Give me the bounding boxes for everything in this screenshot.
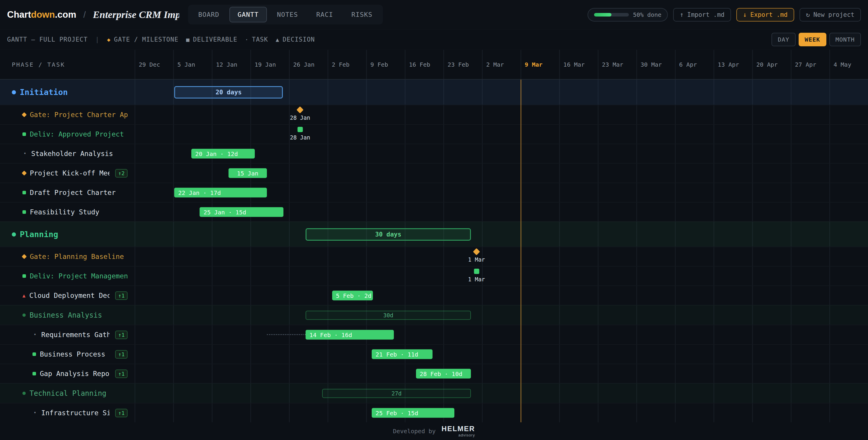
- gantt-row: Deliv: Approved Project …28 Jan: [0, 124, 868, 144]
- row-timeline: 28 Jan: [135, 125, 868, 144]
- gantt-bar[interactable]: 15 Jan: [228, 168, 267, 178]
- legend-task-label: TASK: [252, 36, 268, 43]
- gantt-bar[interactable]: 27d: [322, 389, 471, 398]
- tab-risks[interactable]: RISKS: [343, 7, 380, 23]
- row-label-cell[interactable]: Gap Analysis Repo…↑1: [0, 364, 135, 383]
- gantt-bar[interactable]: 28 Feb · 10d: [416, 369, 471, 379]
- tab-gantt[interactable]: GANTT: [229, 7, 267, 23]
- export-label: Export .md: [750, 11, 787, 18]
- legend-task: · TASK: [245, 36, 268, 43]
- triangle-icon: ▲: [23, 293, 25, 298]
- date-column-label: 23 Feb: [443, 61, 482, 68]
- date-column-label: 16 Feb: [405, 61, 443, 68]
- view-switcher: DAY WEEK MONTH: [771, 33, 861, 46]
- priority-badge: ↑1: [115, 331, 128, 339]
- task-icon: ·: [245, 37, 249, 42]
- bullet-icon: ·: [23, 151, 27, 156]
- date-column-label: 30 Mar: [637, 61, 675, 68]
- row-timeline: 5 Feb · 2d: [135, 286, 868, 305]
- diamond-milestone-icon: [473, 248, 480, 255]
- date-column-label: 4 May: [829, 61, 868, 68]
- view-day[interactable]: DAY: [771, 33, 795, 46]
- project-title: Enterprise CRM Impl: [93, 9, 179, 20]
- date-column-label: 19 Jan: [250, 61, 289, 68]
- footer: Developed by HELMER advisory: [0, 422, 868, 440]
- row-label-cell[interactable]: Gate: Planning Baseline …: [0, 247, 135, 266]
- row-label-cell[interactable]: Business Process …↑1: [0, 345, 135, 364]
- row-timeline: 21 Feb · 11d: [135, 345, 868, 364]
- row-label-cell[interactable]: ·Infrastructure Si…↑1: [0, 403, 135, 422]
- gantt-bar[interactable]: 25 Jan · 15d: [199, 207, 283, 217]
- gantt-bar-label: 15 Jan: [237, 170, 258, 177]
- row-label-cell[interactable]: ·Requirements Gath…↑1: [0, 325, 135, 344]
- priority-badge: ↑1: [115, 291, 128, 300]
- date-column-label: 6 Apr: [675, 61, 714, 68]
- export-icon: ↓: [743, 11, 747, 18]
- row-label-cell[interactable]: Deliv: Approved Project …: [0, 125, 135, 144]
- milestone-square[interactable]: 28 Jan: [290, 127, 310, 141]
- row-label-cell[interactable]: Technical Planning: [0, 384, 135, 403]
- row-label-cell[interactable]: Business Analysis: [0, 306, 135, 325]
- dot-sub-icon: [23, 392, 26, 395]
- row-label-cell[interactable]: Project Kick-off Mee…↑2: [0, 164, 135, 182]
- view-week[interactable]: WEEK: [799, 33, 826, 46]
- row-timeline: 15 Jan: [135, 164, 868, 182]
- row-label: Technical Planning: [30, 389, 106, 398]
- date-column-label: 16 Mar: [559, 61, 598, 68]
- date-column-label: 20 Apr: [752, 61, 791, 68]
- view-month[interactable]: MONTH: [829, 33, 861, 46]
- tab-notes[interactable]: NOTES: [269, 7, 306, 23]
- gantt-bar[interactable]: 22 Jan · 17d: [174, 188, 267, 198]
- milestone-diamond[interactable]: 28 Jan: [290, 107, 310, 121]
- export-md-button[interactable]: ↓ Export .md: [736, 8, 794, 22]
- tab-board[interactable]: BOARD: [190, 7, 228, 23]
- priority-badge: ↑1: [115, 409, 128, 417]
- gantt-bar[interactable]: 21 Feb · 11d: [372, 349, 432, 359]
- gantt-bar[interactable]: 25 Feb · 15d: [372, 408, 454, 418]
- row-timeline: 28 Feb · 10d: [135, 364, 868, 383]
- phase-task-header: PHASE / TASK: [0, 50, 135, 79]
- row-label: Feasibility Study: [30, 208, 99, 216]
- row-label-cell[interactable]: Initiation: [0, 80, 135, 105]
- gantt-bar[interactable]: 20 Jan · 12d: [191, 149, 255, 159]
- new-project-label: New project: [813, 11, 855, 18]
- gantt-bar[interactable]: 20 days: [174, 86, 283, 99]
- gantt-row: Technical Planning27d: [0, 383, 868, 403]
- square-icon: [23, 274, 26, 278]
- row-label-cell[interactable]: Feasibility Study: [0, 203, 135, 222]
- progress-track: [594, 13, 629, 16]
- gantt-bar-label: 20 days: [216, 89, 242, 96]
- helmer-brand-sub: advisory: [459, 433, 475, 437]
- gantt-bar[interactable]: 30d: [306, 310, 471, 320]
- row-label-cell[interactable]: ▲Cloud Deployment Dec…↑1: [0, 286, 135, 305]
- row-label-cell[interactable]: ·Stakeholder Analysis: [0, 144, 135, 163]
- row-label-cell[interactable]: Draft Project Charter: [0, 183, 135, 202]
- gantt-bar[interactable]: 14 Feb · 16d: [306, 330, 394, 340]
- gantt-bar-label: 30 days: [375, 231, 402, 238]
- row-label: Cloud Deployment Dec…: [29, 292, 110, 299]
- row-label-cell[interactable]: Planning: [0, 222, 135, 246]
- gantt-bar-label: 22 Jan · 17d: [174, 189, 221, 196]
- row-timeline: 14 Feb · 16d: [135, 325, 868, 344]
- tab-raci[interactable]: RACI: [308, 7, 341, 23]
- row-label-cell[interactable]: Gate: Project Charter Ap…: [0, 105, 135, 124]
- import-md-button[interactable]: ↑ Import .md: [673, 8, 731, 22]
- gantt-bar[interactable]: 5 Feb · 2d: [332, 291, 373, 301]
- milestone-square[interactable]: 1 Mar: [468, 269, 485, 282]
- row-timeline: 1 Mar: [135, 247, 868, 266]
- bullet-icon: ·: [32, 411, 37, 415]
- row-label-cell[interactable]: Deliv: Project Managemen…: [0, 267, 135, 285]
- dot-sub-icon: [23, 313, 26, 317]
- logo-chart: Chart: [7, 9, 31, 20]
- legend-title: GANTT — FULL PROJECT: [7, 36, 88, 43]
- gantt-bar[interactable]: 30 days: [306, 228, 471, 241]
- new-project-button[interactable]: ↻ New project: [800, 8, 861, 22]
- gantt-bar-label: 14 Feb · 16d: [306, 331, 352, 338]
- row-label: Gate: Project Charter Ap…: [30, 111, 128, 119]
- app-logo[interactable]: Chartdown.com: [7, 9, 76, 20]
- gantt-bar-label: 25 Feb · 15d: [372, 409, 418, 416]
- milestone-diamond[interactable]: 1 Mar: [468, 249, 485, 263]
- date-column-label: 9 Feb: [366, 61, 405, 68]
- date-column-label: 26 Jan: [289, 61, 328, 68]
- helmer-logo[interactable]: HELMER advisory: [442, 425, 475, 437]
